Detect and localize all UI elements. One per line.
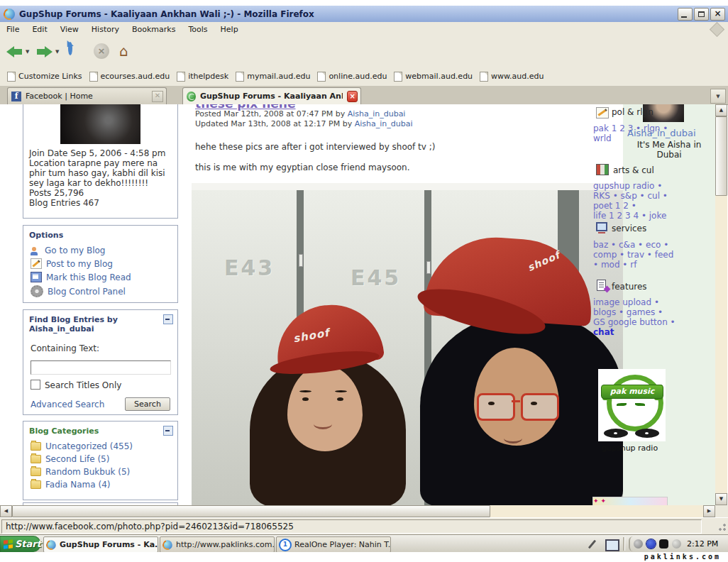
rightbar-link-line[interactable]: life 1 2 3 4 • joke bbox=[593, 211, 666, 221]
pak-music-logo[interactable]: pak music bbox=[598, 369, 666, 441]
tray-app-icon[interactable] bbox=[672, 539, 681, 549]
author-link[interactable]: Aisha_in_dubai bbox=[355, 119, 413, 128]
option-control-panel[interactable]: Blog Control Panel bbox=[31, 285, 177, 297]
scroll-right-icon[interactable]: ▶ bbox=[703, 505, 715, 517]
rightbar-link-line[interactable]: image upload • bbox=[593, 297, 659, 307]
rightbar-link-line[interactable]: • mod • rf bbox=[593, 260, 636, 270]
bookmark-aud[interactable]: www.aud.edu bbox=[480, 72, 544, 82]
scroll-left-icon[interactable]: ◀ bbox=[0, 505, 12, 517]
category-uncategorized[interactable]: Uncategorized (455) bbox=[31, 441, 177, 451]
option-post-to-blog[interactable]: Post to my Blog bbox=[31, 258, 177, 269]
bookmark-ithelpdesk[interactable]: ithelpdesk bbox=[177, 72, 228, 82]
home-icon[interactable]: ⌂ bbox=[119, 43, 128, 59]
search-titles-checkbox[interactable] bbox=[31, 380, 40, 390]
containing-text-input[interactable] bbox=[31, 360, 171, 375]
forward-button[interactable] bbox=[35, 46, 53, 57]
back-dropdown-icon[interactable]: ▼ bbox=[26, 49, 29, 55]
menu-bookmarks[interactable]: Bookmarks bbox=[126, 22, 182, 37]
bookmark-ecourses[interactable]: ecourses.aud.edu bbox=[89, 72, 170, 82]
menu-history[interactable]: History bbox=[85, 22, 126, 37]
menu-view[interactable]: View bbox=[54, 22, 85, 37]
bookmark-webmail[interactable]: webmail.aud.edu bbox=[394, 72, 473, 82]
stop-icon[interactable]: × bbox=[94, 43, 109, 59]
profile-avatar[interactable] bbox=[60, 104, 140, 144]
rightbar-username-link[interactable]: Aisha_in_dubai bbox=[627, 128, 696, 138]
category-second-life[interactable]: Second Life (5) bbox=[31, 454, 177, 464]
tab-list-dropdown[interactable]: ▼ bbox=[710, 89, 726, 104]
pen-tray-icon[interactable] bbox=[588, 540, 596, 549]
taskbar-clock: 2:12 PM bbox=[687, 539, 718, 549]
category-fadia-nama[interactable]: Fadia Nama (4) bbox=[31, 480, 177, 490]
watermark-strip: paklinks.com bbox=[0, 552, 728, 562]
bookmark-online[interactable]: online.aud.edu bbox=[317, 72, 387, 82]
search-button[interactable]: Search bbox=[125, 397, 170, 411]
rightbar-link-line[interactable]: gupshup radio • bbox=[593, 181, 662, 191]
minimize-button[interactable] bbox=[678, 8, 693, 21]
options-header: Options bbox=[23, 226, 177, 243]
tablet-tray-icon[interactable] bbox=[605, 539, 619, 551]
bookmark-customize-links[interactable]: Customize Links bbox=[7, 72, 82, 82]
scroll-up-icon[interactable]: ▲ bbox=[715, 104, 727, 116]
turntable-icon bbox=[635, 429, 659, 438]
rightbar-link-line[interactable]: wrld bbox=[593, 133, 612, 143]
tab-close-icon[interactable]: ✕ bbox=[152, 91, 163, 102]
menu-file[interactable]: File bbox=[0, 22, 26, 37]
security-icon[interactable] bbox=[659, 539, 668, 549]
advanced-search-link[interactable]: Advanced Search bbox=[31, 400, 104, 409]
status-bar: http://www.facebook.com/photo.php?pid=24… bbox=[0, 517, 728, 535]
author-link[interactable]: Aisha_in_dubai bbox=[348, 109, 406, 119]
taskbar-item-gupshup[interactable]: GupShup Forums - Ka... bbox=[43, 536, 158, 553]
messenger-icon[interactable] bbox=[646, 539, 656, 549]
scroll-down-icon[interactable]: ▼ bbox=[715, 493, 727, 505]
category-random-bukbuk[interactable]: Random Bukbuk (5) bbox=[31, 467, 177, 477]
pak-music-banner: pak music bbox=[601, 385, 663, 399]
collapse-icon[interactable] bbox=[163, 314, 173, 324]
navigation-toolbar: ▼ ▼ × ⌂ http://www.paklinks.com/gs/blog.… bbox=[0, 37, 728, 67]
bookmark-mymail[interactable]: mymail.aud.edu bbox=[236, 72, 310, 82]
collapse-icon[interactable] bbox=[163, 426, 173, 436]
back-button[interactable] bbox=[6, 46, 23, 57]
menu-edit[interactable]: Edit bbox=[26, 22, 53, 37]
option-mark-read[interactable]: Mark this Blog Read bbox=[31, 272, 177, 282]
rightbar-link-line[interactable]: blogs • games • bbox=[593, 307, 663, 317]
turntable-icon bbox=[604, 429, 628, 438]
restore-button[interactable] bbox=[694, 8, 709, 21]
find-blog-entries-box: Find Blog Entries by Aisha_in_dubai Cont… bbox=[23, 309, 178, 415]
reload-icon[interactable] bbox=[68, 42, 72, 55]
find-header: Find Blog Entries by Aisha_in_dubai bbox=[23, 310, 141, 336]
taskbar-item-realplayer[interactable]: 1 RealOne Player: Nahin T... bbox=[276, 536, 391, 553]
rightbar-tagline: Dubai bbox=[623, 150, 715, 160]
rightbar-link-line[interactable]: GS google button • bbox=[593, 317, 675, 327]
vertical-scrollbar[interactable]: ▲ ▼ bbox=[715, 104, 727, 505]
rightbar-link-line[interactable]: poet 1 2 • bbox=[593, 201, 636, 211]
tab-facebook[interactable]: f Facebook | Home ✕ bbox=[7, 87, 167, 104]
horizontal-scroll-thumb[interactable] bbox=[12, 505, 490, 517]
post-updated-line: Updated Mar 13th, 2008 at 12:17 PM by Ai… bbox=[195, 119, 413, 128]
blog-photo[interactable]: E43 E45 shoof shoof bbox=[192, 183, 623, 505]
rightbar-chat-link[interactable]: chat bbox=[593, 327, 614, 337]
rightbar-link-line[interactable]: comp • trav • feed bbox=[593, 250, 673, 260]
volume-icon[interactable] bbox=[634, 539, 643, 549]
vertical-scroll-thumb[interactable] bbox=[715, 116, 727, 196]
horizontal-scrollbar[interactable]: ◀ ▶ bbox=[0, 505, 715, 517]
start-button[interactable]: Start bbox=[0, 536, 40, 552]
menu-help[interactable]: Help bbox=[214, 22, 245, 37]
categories-header: Blog Categories bbox=[23, 422, 177, 439]
tab-close-icon[interactable]: × bbox=[347, 91, 358, 102]
photo-glasses-lens bbox=[477, 393, 515, 421]
forward-dropdown-icon[interactable]: ▼ bbox=[55, 49, 59, 55]
close-button[interactable]: × bbox=[710, 8, 725, 21]
menu-tools[interactable]: Tools bbox=[182, 22, 214, 37]
facebook-icon: f bbox=[11, 92, 21, 101]
rightbar-link-line[interactable]: RKS • s&p • cul • bbox=[593, 191, 668, 201]
search-titles-label: Search Titles Only bbox=[45, 380, 121, 390]
search-titles-row[interactable]: Search Titles Only bbox=[31, 380, 121, 390]
taskbar-item-paklinks[interactable]: http://www.paklinks.com... bbox=[160, 536, 275, 553]
rightbar-link-line[interactable]: baz • c&a • eco • bbox=[593, 240, 668, 250]
status-link-url: http://www.facebook.com/photo.php?pid=24… bbox=[6, 522, 294, 531]
realplayer-icon: 1 bbox=[279, 539, 292, 551]
tab-gupshup[interactable]: GupShup Forums - Kaaliyaan Ank... × bbox=[182, 87, 361, 104]
resize-grip[interactable] bbox=[717, 524, 727, 533]
signature-banner-partial: ✦ ✦ bbox=[592, 497, 668, 505]
option-go-to-blog[interactable]: Go to my Blog bbox=[31, 246, 177, 255]
